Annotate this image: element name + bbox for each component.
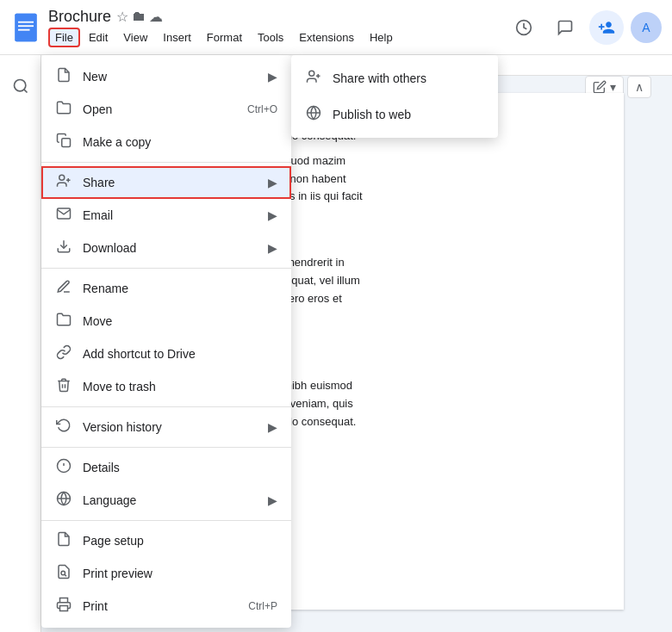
share-arrow: ▶ bbox=[268, 176, 277, 189]
svg-rect-1 bbox=[15, 13, 36, 40]
svg-point-18 bbox=[61, 571, 65, 575]
share-others-label: Share with others bbox=[333, 71, 426, 85]
svg-line-7 bbox=[23, 90, 27, 93]
submenu-publish-web[interactable]: Publish to web bbox=[291, 96, 498, 133]
menu-item-add-shortcut[interactable]: Add shortcut to Drive bbox=[41, 338, 291, 370]
make-copy-label: Make a copy bbox=[83, 135, 277, 149]
menu-insert[interactable]: Insert bbox=[156, 28, 198, 47]
svg-rect-20 bbox=[60, 606, 68, 611]
top-right-controls: A bbox=[507, 10, 662, 45]
search-sidebar-icon[interactable] bbox=[3, 69, 38, 103]
download-label: Download bbox=[83, 241, 258, 255]
details-icon bbox=[55, 458, 72, 477]
page-setup-label: Page setup bbox=[83, 534, 277, 548]
svg-point-21 bbox=[309, 71, 314, 76]
comments-icon-btn[interactable] bbox=[548, 10, 582, 45]
menu-item-language[interactable]: Language ▶ bbox=[41, 484, 291, 517]
collapse-btn[interactable]: ∧ bbox=[627, 76, 651, 98]
menu-tools[interactable]: Tools bbox=[251, 28, 290, 47]
rename-icon bbox=[55, 279, 72, 298]
version-history-arrow: ▶ bbox=[268, 420, 277, 434]
svg-point-9 bbox=[59, 175, 65, 180]
divider-4 bbox=[41, 447, 291, 448]
divider-2 bbox=[41, 268, 291, 269]
print-icon bbox=[55, 597, 72, 616]
menu-item-new[interactable]: New ▶ bbox=[41, 60, 291, 93]
divider-3 bbox=[41, 406, 291, 407]
open-label: Open bbox=[83, 102, 237, 116]
avatar[interactable]: A bbox=[631, 12, 662, 43]
share-others-icon bbox=[305, 69, 322, 88]
move-trash-label: Move to trash bbox=[83, 380, 277, 393]
doc-icon bbox=[10, 12, 41, 43]
new-label: New bbox=[83, 70, 258, 84]
menu-item-email[interactable]: Email ▶ bbox=[41, 199, 291, 232]
new-arrow: ▶ bbox=[268, 70, 277, 84]
share-label: Share bbox=[83, 176, 258, 189]
top-bar: Brochure ☆ 🖿 ☁ File Edit View Insert For… bbox=[0, 0, 672, 55]
print-preview-icon bbox=[55, 564, 72, 583]
add-shortcut-label: Add shortcut to Drive bbox=[83, 347, 277, 361]
add-person-icon-btn[interactable] bbox=[589, 10, 624, 45]
share-icon bbox=[55, 173, 72, 192]
email-label: Email bbox=[83, 208, 258, 222]
language-arrow: ▶ bbox=[268, 493, 277, 507]
menu-item-open[interactable]: Open Ctrl+O bbox=[41, 93, 291, 126]
menu-format[interactable]: Format bbox=[200, 28, 249, 47]
trash-icon bbox=[55, 377, 72, 396]
page-setup-icon bbox=[55, 531, 72, 550]
svg-rect-4 bbox=[18, 28, 30, 30]
open-shortcut: Ctrl+O bbox=[247, 103, 277, 115]
menu-bar: File Edit View Insert Format Tools Exten… bbox=[48, 28, 507, 47]
version-history-label: Version history bbox=[83, 420, 258, 434]
language-icon bbox=[55, 491, 72, 510]
svg-rect-2 bbox=[18, 21, 34, 22]
menu-item-make-copy[interactable]: Make a copy bbox=[41, 126, 291, 158]
version-history-icon-btn[interactable] bbox=[507, 10, 541, 45]
divider-5 bbox=[41, 520, 291, 521]
svg-rect-8 bbox=[62, 139, 71, 147]
open-icon bbox=[55, 100, 72, 119]
menu-extensions[interactable]: Extensions bbox=[292, 28, 361, 47]
left-sidebar bbox=[0, 55, 41, 632]
menu-item-version-history[interactable]: Version history ▶ bbox=[41, 411, 291, 443]
svg-rect-3 bbox=[18, 25, 34, 27]
menu-file[interactable]: File bbox=[48, 28, 80, 47]
cloud-icon[interactable]: ☁ bbox=[149, 9, 163, 25]
menu-item-share[interactable]: Share ▶ bbox=[41, 166, 291, 199]
menu-help[interactable]: Help bbox=[363, 28, 400, 47]
menu-item-print[interactable]: Print Ctrl+P bbox=[41, 590, 291, 623]
language-label: Language bbox=[83, 493, 258, 507]
menu-item-details[interactable]: Details bbox=[41, 451, 291, 484]
download-arrow: ▶ bbox=[268, 241, 277, 255]
move-icon bbox=[55, 312, 72, 331]
menu-item-move-trash[interactable]: Move to trash bbox=[41, 370, 291, 403]
star-icon[interactable]: ☆ bbox=[116, 9, 128, 25]
publish-web-label: Publish to web bbox=[333, 108, 411, 121]
email-arrow: ▶ bbox=[268, 208, 277, 222]
copy-icon bbox=[55, 133, 72, 152]
download-icon bbox=[55, 239, 72, 257]
submenu-share-others[interactable]: Share with others bbox=[291, 60, 498, 96]
print-shortcut: Ctrl+P bbox=[248, 600, 277, 612]
publish-web-icon bbox=[305, 105, 322, 124]
menu-edit[interactable]: Edit bbox=[82, 28, 115, 47]
menu-view[interactable]: View bbox=[116, 28, 154, 47]
menu-item-print-preview[interactable]: Print preview bbox=[41, 557, 291, 590]
menu-item-page-setup[interactable]: Page setup bbox=[41, 524, 291, 557]
email-icon bbox=[55, 206, 72, 225]
add-shortcut-icon bbox=[55, 344, 72, 363]
divider-1 bbox=[41, 162, 291, 163]
details-label: Details bbox=[83, 461, 277, 474]
move-label: Move bbox=[83, 314, 277, 328]
doc-title: Brochure bbox=[48, 8, 111, 26]
doc-title-area: Brochure ☆ 🖿 ☁ File Edit View Insert For… bbox=[48, 8, 507, 47]
menu-item-rename[interactable]: Rename bbox=[41, 272, 291, 305]
title-icons: ☆ 🖿 ☁ bbox=[116, 9, 163, 25]
menu-item-download[interactable]: Download ▶ bbox=[41, 232, 291, 264]
menu-item-move[interactable]: Move bbox=[41, 305, 291, 338]
print-label: Print bbox=[83, 599, 238, 613]
share-submenu: Share with others Publish to web bbox=[291, 55, 498, 138]
folder-icon[interactable]: 🖿 bbox=[132, 9, 146, 24]
new-icon bbox=[55, 67, 72, 86]
